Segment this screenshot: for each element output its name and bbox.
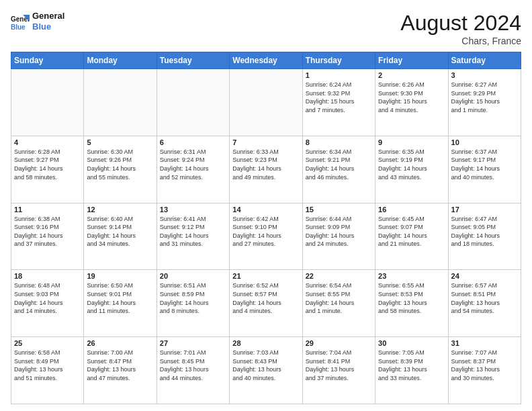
- day-cell: 26Sunrise: 7:00 AM Sunset: 8:47 PM Dayli…: [84, 337, 157, 404]
- day-number: 29: [306, 339, 372, 347]
- logo-icon: General Blue: [11, 12, 30, 31]
- day-number: 11: [14, 205, 81, 214]
- day-number: 12: [87, 205, 153, 214]
- day-number: 3: [451, 71, 518, 79]
- title-block: August 2024 Chars, France: [400, 11, 521, 46]
- day-cell: [11, 69, 84, 136]
- page: General Blue General Blue August 2024 Ch…: [0, 0, 532, 411]
- day-info: Sunrise: 7:05 AM Sunset: 8:39 PM Dayligh…: [378, 349, 445, 382]
- day-number: 31: [451, 339, 518, 347]
- day-info: Sunrise: 6:40 AM Sunset: 9:14 PM Dayligh…: [87, 215, 153, 248]
- day-info: Sunrise: 6:44 AM Sunset: 9:09 PM Dayligh…: [306, 215, 372, 248]
- day-info: Sunrise: 6:37 AM Sunset: 9:17 PM Dayligh…: [451, 148, 518, 181]
- day-cell: 30Sunrise: 7:05 AM Sunset: 8:39 PM Dayli…: [375, 337, 448, 404]
- day-cell: 17Sunrise: 6:47 AM Sunset: 9:05 PM Dayli…: [448, 203, 521, 270]
- day-cell: 28Sunrise: 7:03 AM Sunset: 8:43 PM Dayli…: [230, 337, 302, 404]
- day-cell: [157, 69, 229, 136]
- logo-blue: Blue: [32, 21, 64, 32]
- day-cell: 29Sunrise: 7:04 AM Sunset: 8:41 PM Dayli…: [302, 337, 375, 404]
- day-cell: 13Sunrise: 6:41 AM Sunset: 9:12 PM Dayli…: [157, 203, 229, 270]
- day-cell: 3Sunrise: 6:27 AM Sunset: 9:29 PM Daylig…: [448, 69, 521, 136]
- day-number: 18: [14, 272, 81, 280]
- day-cell: 12Sunrise: 6:40 AM Sunset: 9:14 PM Dayli…: [84, 203, 157, 270]
- day-number: 9: [378, 138, 445, 146]
- weekday-sunday: Sunday: [11, 52, 84, 69]
- day-number: 15: [306, 205, 372, 214]
- day-info: Sunrise: 6:34 AM Sunset: 9:21 PM Dayligh…: [306, 148, 372, 181]
- day-number: 26: [87, 339, 153, 347]
- week-row-2: 4Sunrise: 6:28 AM Sunset: 9:27 PM Daylig…: [11, 136, 521, 203]
- week-row-1: 1Sunrise: 6:24 AM Sunset: 9:32 PM Daylig…: [11, 69, 521, 136]
- weekday-saturday: Saturday: [448, 52, 521, 69]
- day-info: Sunrise: 6:52 AM Sunset: 8:57 PM Dayligh…: [232, 281, 299, 315]
- logo-general: General: [32, 11, 64, 21]
- day-number: 10: [451, 138, 518, 146]
- day-cell: 22Sunrise: 6:54 AM Sunset: 8:55 PM Dayli…: [302, 270, 375, 337]
- day-number: 20: [160, 272, 226, 280]
- logo: General Blue General Blue: [11, 11, 64, 32]
- day-cell: 7Sunrise: 6:33 AM Sunset: 9:23 PM Daylig…: [230, 136, 302, 203]
- weekday-monday: Monday: [84, 52, 157, 69]
- calendar-table: SundayMondayTuesdayWednesdayThursdayFrid…: [11, 52, 521, 404]
- day-info: Sunrise: 6:27 AM Sunset: 9:29 PM Dayligh…: [451, 81, 518, 114]
- day-number: 23: [378, 272, 445, 280]
- day-number: 7: [232, 138, 299, 146]
- day-info: Sunrise: 6:26 AM Sunset: 9:30 PM Dayligh…: [378, 81, 445, 114]
- day-number: 25: [14, 339, 81, 347]
- svg-text:Blue: Blue: [11, 24, 26, 31]
- day-number: 8: [306, 138, 372, 146]
- day-number: 19: [87, 272, 153, 280]
- day-info: Sunrise: 6:48 AM Sunset: 9:03 PM Dayligh…: [14, 281, 81, 315]
- day-number: 4: [14, 138, 81, 146]
- weekday-header-row: SundayMondayTuesdayWednesdayThursdayFrid…: [11, 52, 521, 69]
- day-cell: 20Sunrise: 6:51 AM Sunset: 8:59 PM Dayli…: [157, 270, 229, 337]
- day-number: 30: [378, 339, 445, 347]
- day-info: Sunrise: 6:47 AM Sunset: 9:05 PM Dayligh…: [451, 215, 518, 248]
- day-number: 24: [451, 272, 518, 280]
- day-cell: 6Sunrise: 6:31 AM Sunset: 9:24 PM Daylig…: [157, 136, 229, 203]
- month-title: August 2024: [400, 11, 521, 36]
- day-cell: 19Sunrise: 6:50 AM Sunset: 9:01 PM Dayli…: [84, 270, 157, 337]
- day-cell: 4Sunrise: 6:28 AM Sunset: 9:27 PM Daylig…: [11, 136, 84, 203]
- day-info: Sunrise: 7:03 AM Sunset: 8:43 PM Dayligh…: [232, 349, 299, 382]
- day-cell: 11Sunrise: 6:38 AM Sunset: 9:16 PM Dayli…: [11, 203, 84, 270]
- day-info: Sunrise: 6:28 AM Sunset: 9:27 PM Dayligh…: [14, 148, 81, 181]
- week-row-5: 25Sunrise: 6:58 AM Sunset: 8:49 PM Dayli…: [11, 337, 521, 404]
- location: Chars, France: [400, 36, 521, 46]
- day-number: 21: [232, 272, 299, 280]
- day-number: 27: [160, 339, 226, 347]
- day-info: Sunrise: 7:04 AM Sunset: 8:41 PM Dayligh…: [306, 349, 372, 382]
- day-info: Sunrise: 6:50 AM Sunset: 9:01 PM Dayligh…: [87, 281, 153, 315]
- day-cell: 21Sunrise: 6:52 AM Sunset: 8:57 PM Dayli…: [230, 270, 302, 337]
- day-number: 2: [378, 71, 445, 79]
- day-info: Sunrise: 6:58 AM Sunset: 8:49 PM Dayligh…: [14, 349, 81, 382]
- day-cell: 18Sunrise: 6:48 AM Sunset: 9:03 PM Dayli…: [11, 270, 84, 337]
- day-info: Sunrise: 6:57 AM Sunset: 8:51 PM Dayligh…: [451, 281, 518, 315]
- day-number: 16: [378, 205, 445, 214]
- day-info: Sunrise: 7:07 AM Sunset: 8:37 PM Dayligh…: [451, 349, 518, 382]
- day-cell: 9Sunrise: 6:35 AM Sunset: 9:19 PM Daylig…: [375, 136, 448, 203]
- day-cell: 8Sunrise: 6:34 AM Sunset: 9:21 PM Daylig…: [302, 136, 375, 203]
- weekday-tuesday: Tuesday: [157, 52, 229, 69]
- day-cell: 24Sunrise: 6:57 AM Sunset: 8:51 PM Dayli…: [448, 270, 521, 337]
- day-number: 22: [306, 272, 372, 280]
- day-cell: [230, 69, 302, 136]
- day-number: 17: [451, 205, 518, 214]
- day-info: Sunrise: 6:45 AM Sunset: 9:07 PM Dayligh…: [378, 215, 445, 248]
- day-number: 5: [87, 138, 153, 146]
- week-row-4: 18Sunrise: 6:48 AM Sunset: 9:03 PM Dayli…: [11, 270, 521, 337]
- day-cell: 10Sunrise: 6:37 AM Sunset: 9:17 PM Dayli…: [448, 136, 521, 203]
- day-info: Sunrise: 6:33 AM Sunset: 9:23 PM Dayligh…: [232, 148, 299, 181]
- day-number: 14: [232, 205, 299, 214]
- day-info: Sunrise: 7:01 AM Sunset: 8:45 PM Dayligh…: [160, 349, 226, 382]
- day-cell: 2Sunrise: 6:26 AM Sunset: 9:30 PM Daylig…: [375, 69, 448, 136]
- day-cell: 15Sunrise: 6:44 AM Sunset: 9:09 PM Dayli…: [302, 203, 375, 270]
- day-number: 6: [160, 138, 226, 146]
- day-info: Sunrise: 6:38 AM Sunset: 9:16 PM Dayligh…: [14, 215, 81, 248]
- day-cell: 27Sunrise: 7:01 AM Sunset: 8:45 PM Dayli…: [157, 337, 229, 404]
- week-row-3: 11Sunrise: 6:38 AM Sunset: 9:16 PM Dayli…: [11, 203, 521, 270]
- day-cell: 31Sunrise: 7:07 AM Sunset: 8:37 PM Dayli…: [448, 337, 521, 404]
- day-info: Sunrise: 6:30 AM Sunset: 9:26 PM Dayligh…: [87, 148, 153, 181]
- day-number: 13: [160, 205, 226, 214]
- day-cell: 23Sunrise: 6:55 AM Sunset: 8:53 PM Dayli…: [375, 270, 448, 337]
